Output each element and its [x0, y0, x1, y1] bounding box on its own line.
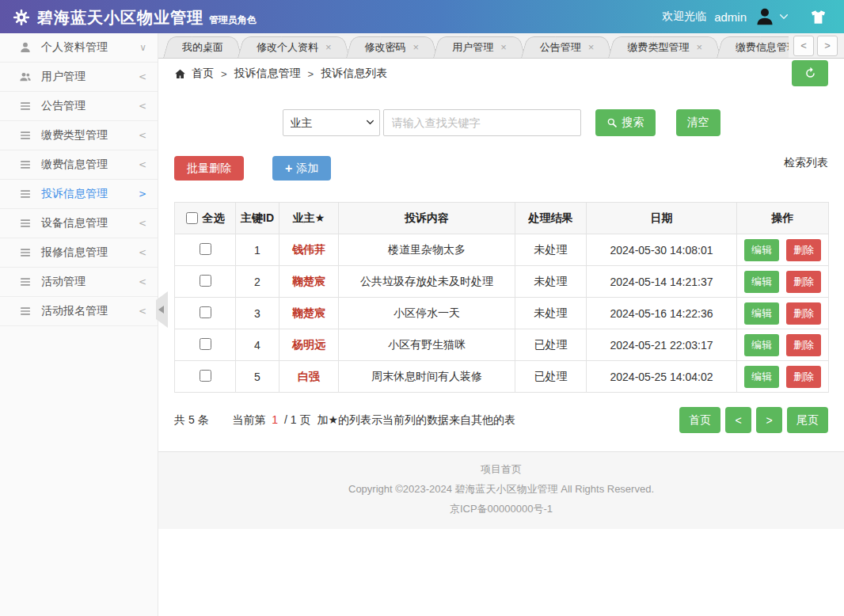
sidebar-item-activities[interactable]: 活动管理 < [0, 268, 158, 297]
star-icon: ★ [315, 211, 325, 224]
tabs-scroll-right-button[interactable]: > [817, 36, 838, 56]
row-checkbox[interactable] [200, 306, 211, 318]
pagination-bar: 共 5 条 当前第 1 / 1 页 加★的列表示当前列的数据来自其他的表 首页 … [174, 407, 828, 433]
sidebar-item-complaints[interactable]: 投诉信息管理 > [0, 180, 158, 209]
user-icon [19, 42, 33, 53]
tab-close-icon[interactable]: × [588, 37, 595, 58]
edit-button[interactable]: 编辑 [744, 239, 779, 261]
delete-button[interactable]: 删除 [786, 239, 821, 261]
breadcrumb-page: 投诉信息列表 [321, 67, 387, 81]
tab-notice-mgmt[interactable]: 公告管理 × [521, 36, 614, 58]
edit-button[interactable]: 编辑 [744, 271, 779, 293]
current-page-number: 1 [272, 413, 278, 426]
row-owner: 杨明远 [279, 329, 339, 361]
row-date: 2024-05-30 14:08:01 [587, 234, 737, 266]
users-icon [19, 71, 33, 82]
edit-button[interactable]: 编辑 [744, 302, 779, 325]
clear-button[interactable]: 清空 [676, 109, 720, 136]
delete-button[interactable]: 删除 [786, 271, 821, 293]
tab-user-mgmt[interactable]: 用户管理 × [433, 36, 526, 58]
delete-button[interactable]: 删除 [786, 302, 821, 325]
sidebar-item-label: 设备信息管理 [41, 216, 108, 230]
edit-button[interactable]: 编辑 [744, 334, 779, 356]
table-row: 3 鞠楚宸 小区停水一天 未处理 2024-05-16 14:22:36 编辑 … [175, 298, 829, 329]
theme-tshirt-icon[interactable] [810, 9, 827, 25]
tab-label: 用户管理 [452, 37, 493, 58]
edit-button[interactable]: 编辑 [744, 366, 779, 388]
sidebar-item-arrow: < [139, 101, 146, 112]
topbar: 碧海蓝天小区物业管理 管理员角色 欢迎光临 admin [0, 0, 844, 33]
avatar-icon[interactable] [755, 6, 775, 27]
col-header-status: 处理结果 [515, 203, 587, 234]
tab-close-icon[interactable]: × [500, 37, 507, 58]
search-input[interactable] [383, 109, 581, 136]
batch-delete-button[interactable]: 批量删除 [174, 156, 244, 181]
row-checkbox[interactable] [200, 338, 211, 350]
last-page-button[interactable]: 尾页 [787, 407, 828, 433]
sidebar-item-profile[interactable]: 个人资料管理 ∨ [0, 33, 158, 63]
gear-icon [13, 9, 30, 26]
delete-button[interactable]: 删除 [786, 334, 821, 356]
tab-strip: 我的桌面 修改个人资料 × 修改密码 × 用户管理 × 公告管理 × 缴费类型管… [158, 33, 844, 59]
row-checkbox[interactable] [200, 275, 211, 287]
sidebar-item-fee-info[interactable]: 缴费信息管理 < [0, 150, 158, 180]
sidebar-item-arrow: < [139, 159, 146, 170]
row-owner: 钱伟荓 [279, 234, 339, 266]
sidebar-item-arrow: < [139, 276, 146, 287]
col-header-date: 日期 [587, 203, 737, 234]
sidebar-item-devices[interactable]: 设备信息管理 < [0, 209, 158, 238]
tabs-scroll-left-button[interactable]: < [793, 36, 814, 56]
site-footer: 项目首页 Copyright ©2023-2024 碧海蓝天小区物业管理 All… [158, 451, 844, 529]
tab-fee-type-mgmt[interactable]: 缴费类型管理 × [608, 36, 721, 58]
refresh-icon [804, 67, 817, 80]
role-badge: 管理员角色 [209, 13, 257, 27]
prev-page-button[interactable]: < [725, 407, 751, 433]
tab-close-icon[interactable]: × [325, 37, 332, 58]
list-icon [19, 218, 33, 229]
tab-label: 修改密码 [365, 37, 406, 58]
user-menu-chevron-icon[interactable] [778, 11, 789, 22]
row-checkbox[interactable] [200, 243, 211, 255]
sidebar-item-arrow: < [139, 306, 146, 317]
breadcrumb-home[interactable]: 首页 [192, 67, 214, 81]
sidebar-item-notices[interactable]: 公告管理 < [0, 92, 158, 121]
list-icon [19, 247, 33, 258]
refresh-button[interactable] [792, 60, 828, 86]
total-count-text: 共 5 条 [174, 413, 209, 426]
home-icon[interactable] [174, 68, 186, 80]
tab-close-icon[interactable]: × [696, 37, 702, 58]
search-button[interactable]: 搜索 [595, 109, 656, 136]
collapse-arrow-icon [158, 306, 164, 314]
row-date: 2024-05-21 22:03:17 [587, 329, 737, 361]
row-checkbox[interactable] [200, 370, 211, 382]
footer-site-link[interactable]: 项目首页 [158, 462, 844, 477]
row-date: 2024-05-16 14:22:36 [587, 298, 737, 329]
add-button[interactable]: + 添加 [272, 156, 331, 181]
row-id: 3 [236, 298, 279, 329]
list-icon [19, 188, 33, 200]
delete-button[interactable]: 删除 [786, 366, 821, 388]
sidebar-item-label: 缴费信息管理 [41, 158, 108, 172]
row-status: 已处理 [515, 361, 587, 393]
tab-label: 我的桌面 [182, 37, 223, 58]
footer-copyright: Copyright ©2023-2024 碧海蓝天小区物业管理 All Righ… [158, 482, 844, 496]
select-all-checkbox[interactable] [186, 212, 198, 224]
breadcrumb-section[interactable]: 投诉信息管理 [234, 67, 301, 81]
next-page-button[interactable]: > [756, 407, 782, 433]
sidebar-item-fee-types[interactable]: 缴费类型管理 < [0, 121, 158, 150]
tab-close-icon[interactable]: × [413, 37, 420, 58]
sidebar-item-activity-signup[interactable]: 活动报名管理 < [0, 297, 158, 326]
sidebar-item-arrow: < [139, 71, 146, 82]
tab-my-desktop[interactable]: 我的桌面 [163, 36, 242, 58]
search-category-select[interactable]: 业主 [283, 109, 380, 136]
list-icon [19, 101, 33, 112]
tab-edit-profile[interactable]: 修改个人资料 × [238, 36, 351, 58]
sidebar-item-repairs[interactable]: 报修信息管理 < [0, 238, 158, 268]
first-page-button[interactable]: 首页 [679, 407, 720, 433]
sidebar-item-users[interactable]: 用户管理 < [0, 63, 158, 92]
row-date: 2024-05-14 14:21:37 [587, 266, 737, 298]
tab-change-password[interactable]: 修改密码 × [346, 36, 439, 58]
row-id: 1 [236, 234, 279, 266]
tab-fee-info-mgmt[interactable]: 缴费信息管理 × [717, 36, 789, 58]
toolbar: 批量删除 + 添加 检索列表 [174, 156, 828, 181]
